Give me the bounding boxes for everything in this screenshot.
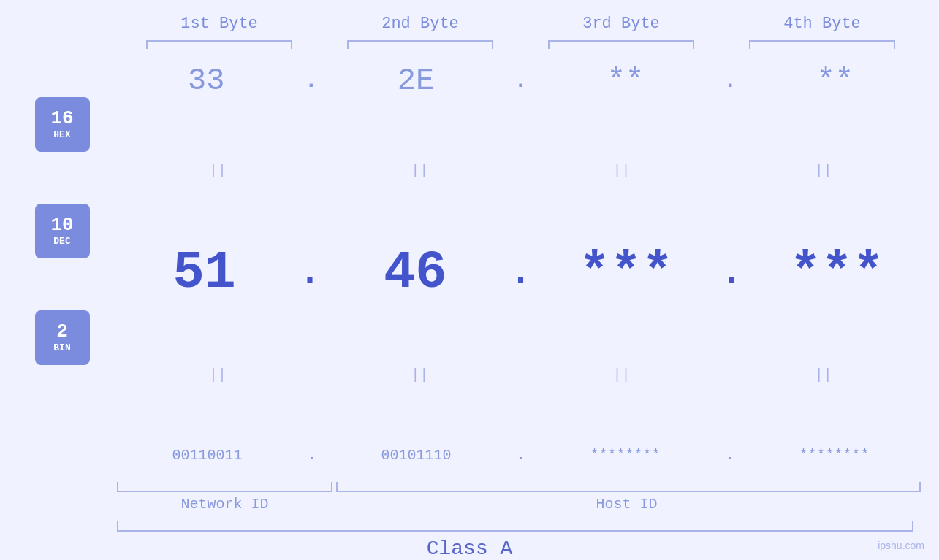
bracket-byte4 (749, 40, 895, 49)
badge-dec-number: 10 (50, 215, 73, 234)
header-byte1: 1st Byte (139, 15, 300, 33)
bin-cell-3: ******** (544, 447, 705, 464)
header-byte3: 3rd Byte (541, 15, 702, 33)
bin-val-b2: 00101110 (335, 447, 496, 464)
bin-cell-1: 00110011 (126, 447, 287, 464)
hex-row: 33 . 2E . ** . ** (102, 64, 939, 99)
dec-val-b3: *** (546, 243, 707, 303)
dbl-bar-1a: || (137, 162, 298, 179)
dbl-bar-4b: || (743, 367, 904, 383)
badge-dec-label: DEC (53, 236, 70, 247)
network-bracket (117, 482, 332, 492)
dot-hex-3: . (723, 69, 737, 93)
badge-bin-label: BIN (53, 342, 70, 353)
host-id-label: Host ID (332, 496, 921, 513)
dec-val-b2: 46 (335, 243, 495, 303)
header-byte4: 4th Byte (742, 15, 902, 33)
class-bracket (117, 521, 913, 532)
dec-cell-2: 46 (335, 243, 495, 303)
content-area: 16 HEX 10 DEC 2 BIN 33 . 2E (0, 64, 939, 478)
bottom-section: Network ID Host ID Class A (0, 482, 939, 560)
badge-hex-number: 16 (50, 109, 73, 128)
dot-dec-1: . (299, 252, 321, 294)
byte-headers: 1st Byte 2nd Byte 3rd Byte 4th Byte (119, 15, 923, 33)
dot-bin-3: . (725, 447, 734, 464)
data-rows: 33 . 2E . ** . ** || || || || (102, 64, 939, 478)
dot-bin-2: . (516, 447, 525, 464)
dot-hex-2: . (514, 69, 527, 93)
host-bracket (336, 482, 921, 492)
class-label: Class A (0, 537, 939, 560)
sep-after-dec: || || || || (102, 367, 939, 383)
badge-dec: 10 DEC (35, 204, 90, 258)
hex-val-b2: 2E (335, 64, 496, 99)
bin-cell-2: 00101110 (335, 447, 496, 464)
hex-val-b3: ** (545, 64, 706, 99)
sep-after-hex: || || || || (102, 162, 939, 179)
dot-hex-1: . (305, 69, 318, 93)
bin-cell-4: ******** (753, 447, 914, 464)
nh-brackets (117, 482, 921, 492)
network-id-label: Network ID (117, 496, 332, 513)
dec-val-b4: *** (756, 243, 917, 303)
hex-val-b1: 33 (126, 64, 286, 99)
bin-val-b3: ******** (544, 447, 705, 464)
hex-cell-3: ** (545, 64, 706, 99)
badge-hex: 16 HEX (35, 97, 90, 152)
hex-cell-1: 33 (126, 64, 286, 99)
dot-bin-1: . (307, 447, 316, 464)
bracket-byte2 (347, 40, 493, 49)
dec-val-b1: 51 (124, 243, 285, 303)
dec-row: 51 . 46 . *** . *** (102, 243, 939, 303)
hex-val-b4: ** (755, 64, 916, 99)
hex-cell-4: ** (755, 64, 916, 99)
nh-labels: Network ID Host ID (117, 496, 921, 513)
dbl-bar-2b: || (339, 367, 500, 383)
dot-dec-3: . (721, 252, 742, 294)
badges-column: 16 HEX 10 DEC 2 BIN (0, 64, 102, 478)
dbl-bar-4a: || (743, 162, 904, 179)
bracket-byte1 (146, 40, 292, 49)
bracket-byte3 (548, 40, 694, 49)
badge-bin-number: 2 (56, 322, 68, 341)
dbl-bar-3a: || (541, 162, 702, 179)
main-container: 1st Byte 2nd Byte 3rd Byte 4th Byte 16 H… (0, 0, 939, 560)
badge-hex-label: HEX (53, 129, 70, 140)
dbl-bar-1b: || (137, 367, 298, 383)
bin-row: 00110011 . 00101110 . ******** . *******… (102, 447, 939, 464)
header-brackets (119, 40, 923, 49)
dec-cell-1: 51 (124, 243, 285, 303)
header-byte2: 2nd Byte (340, 15, 501, 33)
dbl-bar-2a: || (339, 162, 500, 179)
hex-cell-2: 2E (335, 64, 496, 99)
bin-val-b4: ******** (753, 447, 914, 464)
badge-bin: 2 BIN (35, 310, 90, 365)
dec-cell-4: *** (756, 243, 917, 303)
bin-val-b1: 00110011 (126, 447, 287, 464)
watermark: ipshu.com (878, 540, 924, 551)
dec-cell-3: *** (546, 243, 707, 303)
dot-dec-2: . (509, 252, 531, 294)
dbl-bar-3b: || (541, 367, 702, 383)
